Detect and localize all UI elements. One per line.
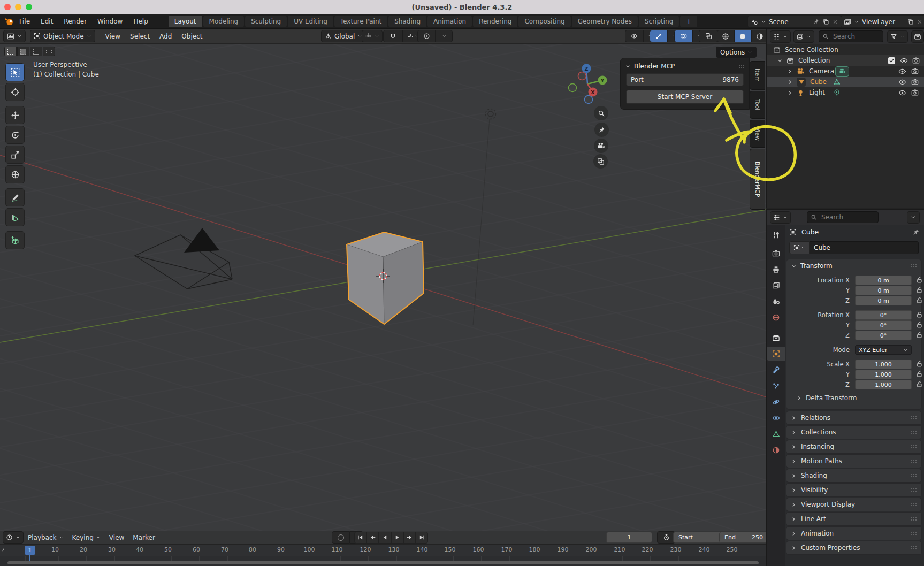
tab-scene[interactable] xyxy=(767,294,785,308)
editor-type-button[interactable] xyxy=(3,30,26,42)
panel-visibility[interactable]: Visibility xyxy=(786,483,922,497)
expand-icon[interactable] xyxy=(787,79,793,85)
drag-grip-icon[interactable] xyxy=(911,546,917,550)
frame-end-field[interactable]: End250 xyxy=(719,532,768,543)
outliner-search-input[interactable] xyxy=(832,32,880,41)
tool-measure[interactable] xyxy=(5,208,25,226)
drag-grip-icon[interactable] xyxy=(911,473,917,478)
tool-cursor[interactable] xyxy=(5,83,25,101)
location-x-field[interactable]: 0 m xyxy=(855,276,912,285)
rotation-y-field[interactable]: 0° xyxy=(855,320,912,330)
timeline-corner-chevron-icon[interactable] xyxy=(1,547,6,552)
tool-transform[interactable] xyxy=(5,165,25,183)
panel-motion-paths[interactable]: Motion Paths xyxy=(786,454,922,468)
exclude-checkbox[interactable] xyxy=(888,57,895,64)
gizmo-neg-z[interactable] xyxy=(585,96,593,104)
scale-x-field[interactable]: 1.000 xyxy=(855,360,912,369)
menu-object[interactable]: Object xyxy=(177,33,207,40)
sidebar-tab-item[interactable]: Item xyxy=(750,61,765,90)
play-button[interactable] xyxy=(391,532,403,544)
tab-physics[interactable] xyxy=(767,395,785,409)
panel-viewport-display[interactable]: Viewport Display xyxy=(786,498,922,511)
timeline-editor-type-button[interactable] xyxy=(3,531,24,544)
outliner-row-collection[interactable]: Collection xyxy=(767,55,924,66)
new-collection-button[interactable] xyxy=(911,30,924,43)
new-view-layer-icon[interactable] xyxy=(907,18,914,25)
rotation-x-field[interactable]: 0° xyxy=(855,310,912,320)
jump-to-end-button[interactable] xyxy=(416,532,428,544)
use-preview-range-button[interactable] xyxy=(657,531,675,544)
menu-marker[interactable]: Marker xyxy=(128,534,159,541)
mcp-port-field[interactable]: Port 9876 xyxy=(626,73,744,86)
id-type-button[interactable] xyxy=(789,241,810,254)
tab-uv-editing[interactable]: UV Editing xyxy=(288,16,333,27)
outliner-row-light[interactable]: Light xyxy=(767,87,924,98)
outliner-display-mode-button[interactable] xyxy=(770,30,791,43)
view-layer-name[interactable]: ViewLayer xyxy=(862,18,904,26)
tool-annotate[interactable] xyxy=(5,188,25,206)
sidebar-tab-tool[interactable]: Tool xyxy=(750,91,765,119)
menu-add[interactable]: Add xyxy=(155,33,177,40)
location-z-field[interactable]: 0 m xyxy=(855,296,912,305)
panel-collections[interactable]: Collections xyxy=(786,425,922,439)
hide-viewport-eye-icon[interactable] xyxy=(898,89,906,97)
tab-collection[interactable] xyxy=(767,331,785,345)
sidebar-tab-blendermcp[interactable]: BlenderMCP xyxy=(750,149,765,210)
play-reverse-button[interactable] xyxy=(379,532,391,544)
tool-rotate[interactable] xyxy=(5,126,25,144)
drag-grip-icon[interactable] xyxy=(911,445,917,449)
location-y-field[interactable]: 0 m xyxy=(855,286,912,295)
scale-y-field[interactable]: 1.000 xyxy=(855,370,912,379)
disable-render-camera-icon[interactable] xyxy=(911,89,919,96)
lock-icon[interactable] xyxy=(916,370,923,378)
remove-view-layer-icon[interactable] xyxy=(917,19,923,25)
drag-grip-icon[interactable] xyxy=(911,502,917,507)
menu-view[interactable]: View xyxy=(101,33,125,40)
options-button[interactable]: Options xyxy=(716,47,757,58)
auto-keyframe-toggle[interactable] xyxy=(332,531,350,544)
properties-search-input[interactable] xyxy=(820,213,875,221)
scene-selector[interactable]: Scene xyxy=(747,16,842,28)
xray-toggle[interactable] xyxy=(699,30,718,42)
pin-icon[interactable] xyxy=(912,228,920,236)
properties-editor-type-button[interactable] xyxy=(770,211,791,224)
scale-z-field[interactable]: 1.000 xyxy=(855,380,912,389)
tab-tool[interactable] xyxy=(767,228,785,242)
panel-animation[interactable]: Animation xyxy=(786,526,922,540)
start-mcp-server-button[interactable]: Start MCP Server xyxy=(626,90,744,104)
scene-name[interactable]: Scene xyxy=(769,18,810,26)
outliner-row-cube[interactable]: Cube xyxy=(767,77,924,87)
tab-modifiers[interactable] xyxy=(767,363,785,377)
perspective-toggle-button[interactable] xyxy=(593,154,608,169)
properties-options-button[interactable] xyxy=(907,211,920,224)
outliner-filter-button[interactable] xyxy=(887,30,908,43)
select-mode-subtract-button[interactable] xyxy=(30,47,42,56)
hide-viewport-eye-icon[interactable] xyxy=(900,57,908,65)
tool-scale[interactable] xyxy=(5,146,25,164)
lock-icon[interactable] xyxy=(916,286,923,294)
tool-add-cube[interactable] xyxy=(5,231,25,249)
lock-icon[interactable] xyxy=(916,321,923,328)
properties-search[interactable] xyxy=(807,211,879,223)
outliner-filter-mode-button[interactable] xyxy=(793,30,814,43)
pivot-point-dropdown[interactable] xyxy=(362,30,383,42)
collapse-icon[interactable] xyxy=(777,58,783,64)
show-gizmo-toggle[interactable] xyxy=(650,30,668,42)
tab-compositing[interactable]: Compositing xyxy=(518,16,570,27)
tab-view-layer[interactable] xyxy=(767,278,785,292)
zoom-view-button[interactable] xyxy=(594,106,608,120)
select-mode-new-button[interactable] xyxy=(4,47,17,56)
current-frame-field[interactable]: 1 xyxy=(606,532,652,543)
menu-render[interactable]: Render xyxy=(58,14,92,29)
lock-icon[interactable] xyxy=(916,296,923,304)
tool-move[interactable] xyxy=(5,106,25,124)
select-mode-extend-button[interactable] xyxy=(17,47,29,56)
tab-texture-paint[interactable]: Texture Paint xyxy=(334,16,387,27)
gizmo-neg-y[interactable] xyxy=(569,84,577,92)
panel-relations[interactable]: Relations xyxy=(786,411,922,425)
panel-line-art[interactable]: Line Art xyxy=(786,512,922,526)
menu-edit[interactable]: Edit xyxy=(35,14,58,29)
tab-rendering[interactable]: Rendering xyxy=(473,16,517,27)
breadcrumb-object-name[interactable]: Cube xyxy=(801,228,912,236)
new-scene-icon[interactable] xyxy=(822,18,829,25)
